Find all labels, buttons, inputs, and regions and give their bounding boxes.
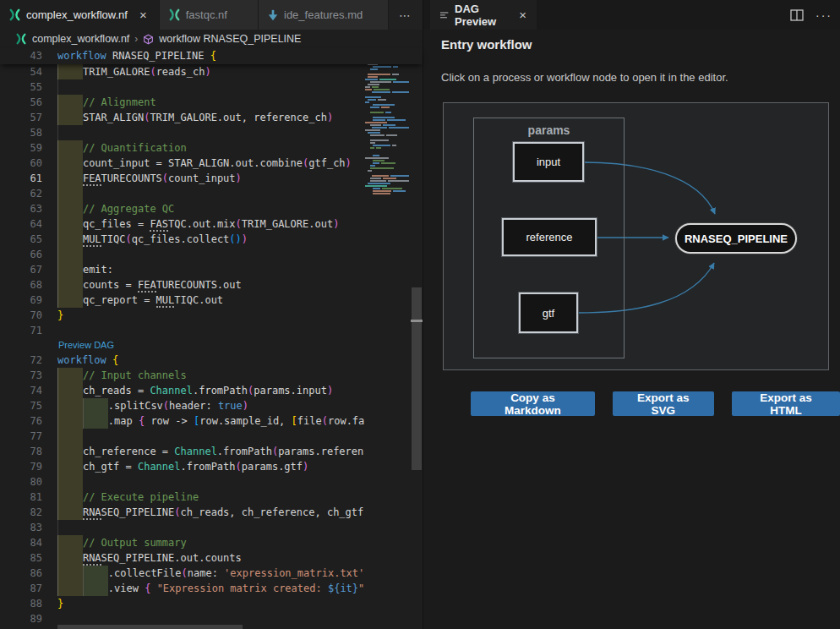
close-icon[interactable]: × <box>139 8 147 21</box>
line-number: 56 <box>0 95 57 110</box>
tab-ide-features[interactable]: ide_features.md <box>259 0 389 30</box>
code-line[interactable]: 86 .collectFile(name: 'expression_matrix… <box>0 566 365 581</box>
code-line[interactable]: 65 MULTIQC(qc_files.collect()) <box>0 232 365 247</box>
code-line[interactable]: 64 qc_files = FASTQC.out.mix(TRIM_GALORE… <box>0 216 365 232</box>
line-number: 62 <box>0 186 57 201</box>
code-line[interactable]: 75 .splitCsv(header: true) <box>0 398 365 413</box>
code-line[interactable]: 63 // Aggregate QC <box>0 201 365 216</box>
line-number: 70 <box>0 308 57 323</box>
code-line[interactable]: 85 RNASEQ_PIPELINE.out.counts <box>0 550 365 566</box>
code-token: STAR_ALIGN <box>83 112 144 123</box>
code-line[interactable]: 66 <box>0 247 365 262</box>
tab-overflow-button[interactable]: ⋯ <box>389 0 423 30</box>
code-line[interactable]: 72workflow { <box>0 353 365 368</box>
tab-fastqc[interactable]: fastqc.nf <box>160 0 259 30</box>
close-icon[interactable]: × <box>519 8 526 22</box>
line-content: RNASEQ_PIPELINE.out.counts <box>57 550 365 566</box>
code-line[interactable]: 60 count_input = STAR_ALIGN.out.combine(… <box>0 156 365 171</box>
cluster-label: params <box>474 123 624 137</box>
line-number: 83 <box>0 520 57 535</box>
code-token <box>150 583 156 594</box>
code-area[interactable]: 54 TRIM_GALORE(reads_ch)55 56 // Alignme… <box>0 64 365 626</box>
code-line[interactable]: 83 <box>0 520 365 535</box>
line-content: RNASEQ_PIPELINE(ch_reads, ch_reference, … <box>57 505 365 520</box>
copy-as-markdown-button[interactable]: Copy as Markdown <box>471 391 595 416</box>
line-number: 76 <box>0 413 57 429</box>
horizontal-scrollbar-thumb[interactable] <box>57 625 243 629</box>
code-line[interactable]: 84 // Output summary <box>0 535 365 550</box>
line-content: .view { "Expression matrix created: ${it… <box>57 581 365 596</box>
minimap[interactable] <box>365 48 411 205</box>
code-token: FEA <box>138 279 156 293</box>
code-line[interactable]: 69 qc_report = MULTIQC.out <box>0 293 365 308</box>
minimap-line <box>365 107 411 108</box>
code-line[interactable]: 54 TRIM_GALORE(reads_ch) <box>0 64 365 79</box>
breadcrumb-symbol[interactable]: workflow RNASEQ_PIPELINE <box>159 33 301 45</box>
code-line[interactable]: 82 RNASEQ_PIPELINE(ch_reads, ch_referenc… <box>0 505 365 520</box>
dag-node-input[interactable]: input <box>513 142 584 182</box>
vscode-window: complex_workflow.nf × fastqc.nf ide_feat… <box>0 0 840 629</box>
dag-node-reference[interactable]: reference <box>502 218 597 256</box>
export-as-svg-button[interactable]: Export as SVG <box>613 391 714 416</box>
more-actions-icon[interactable]: ··· <box>815 8 832 22</box>
split-editor-icon[interactable] <box>790 9 804 21</box>
code-line[interactable]: 88} <box>0 596 365 611</box>
export-as-html-button[interactable]: Export as HTML <box>732 391 840 416</box>
line-content: // Output summary <box>57 535 365 550</box>
editor-pane: complex_workflow.nf × fastqc.nf ide_feat… <box>0 0 423 629</box>
line-number: 61 <box>0 171 57 186</box>
code-token: workflow <box>57 354 106 366</box>
minimap-line <box>365 114 411 116</box>
dag-node-rnaseq-pipeline[interactable]: RNASEQ_PIPELINE <box>675 223 797 254</box>
code-token: () <box>229 233 241 245</box>
code-line[interactable]: 68 counts = FEATURECOUNTS.out <box>0 277 365 293</box>
minimap-line <box>365 109 411 111</box>
breadcrumb-file[interactable]: complex_workflow.nf <box>32 33 129 45</box>
code-line[interactable]: 67 emit: <box>0 262 365 277</box>
line-number: 81 <box>0 490 57 505</box>
line-number: 63 <box>0 201 57 216</box>
line-content <box>57 247 365 262</box>
sticky-scroll-line[interactable]: 43workflow RNASEQ_PIPELINE { <box>0 48 423 64</box>
minimap-line <box>365 86 411 88</box>
code-line[interactable]: 73 // Input channels <box>0 368 365 383</box>
code-token: .view <box>108 583 145 594</box>
code-line[interactable]: 62 <box>0 186 365 201</box>
vertical-scrollbar-thumb[interactable] <box>412 287 422 470</box>
line-number: 77 <box>0 429 57 444</box>
code-line[interactable]: 58 <box>0 125 365 140</box>
code-line[interactable]: 43workflow RNASEQ_PIPELINE { <box>0 48 216 64</box>
line-number: 82 <box>0 505 57 520</box>
code-line[interactable]: 61 FEATURECOUNTS(count_input) <box>0 171 365 186</box>
breadcrumb[interactable]: complex_workflow.nf › workflow RNASEQ_PI… <box>0 30 423 48</box>
minimap-line <box>365 185 411 187</box>
code-line[interactable]: 77 <box>0 429 365 444</box>
code-line[interactable]: 70} <box>0 308 365 323</box>
code-line[interactable]: 55 <box>0 79 365 95</box>
tab-dag-preview[interactable]: DAG Preview × <box>430 0 537 30</box>
code-line[interactable]: 74 ch_reads = Channel.fromPath(params.in… <box>0 383 365 398</box>
code-token: ) <box>346 157 352 169</box>
tab-label: ide_features.md <box>284 8 363 21</box>
minimap-line <box>365 96 411 98</box>
code-token: Channel <box>138 461 181 473</box>
code-line[interactable]: 78 ch_reference = Channel.fromPath(param… <box>0 444 365 459</box>
code-line[interactable]: 59 // Quantification <box>0 140 365 156</box>
code-line[interactable]: 56 // Alignment <box>0 95 365 110</box>
code-line[interactable]: 79 ch_gtf = Channel.fromPath(params.gtf) <box>0 459 365 474</box>
code-line[interactable]: 81 // Execute pipeline <box>0 490 365 505</box>
code-line[interactable]: 76 .map { row -> [row.sample_id, [file(r… <box>0 413 365 429</box>
dag-node-gtf[interactable]: gtf <box>519 293 578 333</box>
minimap-line <box>365 190 411 192</box>
codelens-preview-dag[interactable]: Preview DAG <box>0 338 365 353</box>
line-number: 55 <box>0 79 57 95</box>
code-line[interactable]: 57 STAR_ALIGN(TRIM_GALORE.out, reference… <box>0 110 365 125</box>
line-content <box>57 186 365 201</box>
code-line[interactable]: 71 <box>0 323 365 338</box>
minimap-line <box>365 89 411 90</box>
tab-complex-workflow[interactable]: complex_workflow.nf × <box>0 0 160 30</box>
code-line[interactable]: 80 <box>0 474 365 490</box>
panel-heading: Entry workflow <box>441 37 532 52</box>
line-content: // Execute pipeline <box>57 490 365 505</box>
code-line[interactable]: 87 .view { "Expression matrix created: $… <box>0 581 365 596</box>
